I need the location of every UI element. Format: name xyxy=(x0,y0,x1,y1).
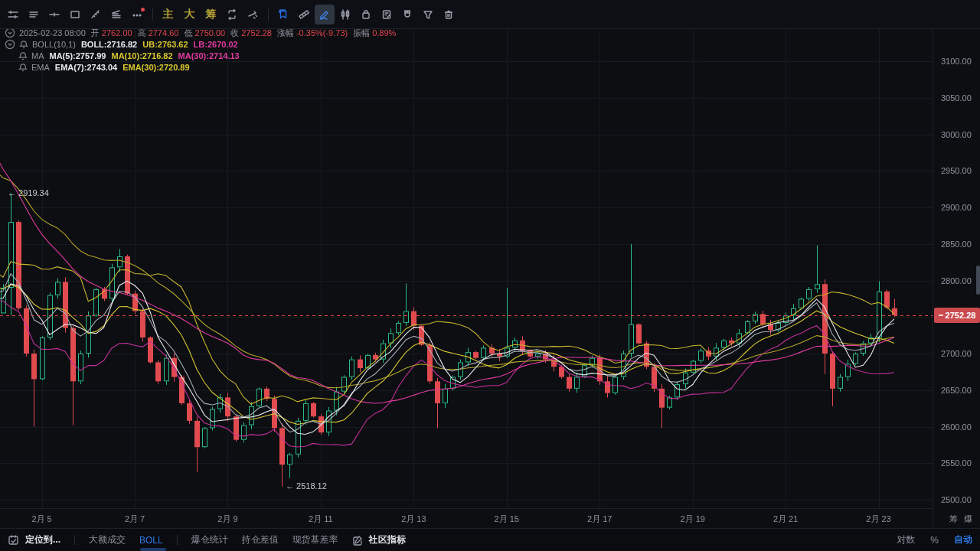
magnet-icon[interactable] xyxy=(397,5,417,24)
boll-legend-row: BOLL(10,1) BOLL:2716.82 UB:2763.62 LB:26… xyxy=(5,39,243,50)
ema-name: EMA xyxy=(31,63,50,72)
order-list-icon[interactable] xyxy=(377,5,397,24)
y-axis-label: 2850.00 xyxy=(941,240,972,249)
last-price-tag: 2752.28 xyxy=(934,308,980,323)
ma-name: MA xyxy=(31,51,44,60)
collapse-chevron-icon[interactable] xyxy=(5,28,15,38)
measure-ruler-icon[interactable] xyxy=(294,5,314,24)
y-axis-label: 3100.00 xyxy=(941,57,972,66)
x-axis-label: 2月 11 xyxy=(294,514,348,525)
indicator-settings-icon[interactable] xyxy=(3,5,23,24)
auto-scale-button[interactable]: 自动 xyxy=(954,533,972,546)
collapse-chevron-icon[interactable] xyxy=(5,39,15,50)
y-axis-label: 2650.00 xyxy=(941,386,972,395)
rectangle-tool-icon[interactable] xyxy=(65,5,85,24)
candle-time: 2025-02-23 08:00 xyxy=(19,28,86,37)
time-axis[interactable]: 2月 52月 72月 92月 112月 132月 152月 172月 192月 … xyxy=(0,508,933,528)
ma5-value: MA(5):2757.99 xyxy=(50,51,106,60)
ma30-value: MA(30):2714.13 xyxy=(178,51,240,60)
candlestick-chart[interactable] xyxy=(0,0,980,551)
burst-mini-button[interactable]: 爆 xyxy=(964,514,972,525)
alert-bell-icon[interactable] xyxy=(18,63,28,72)
x-axis-label: 2月 23 xyxy=(852,514,906,525)
ma10-value: MA(10):2716.82 xyxy=(111,51,172,60)
main-chart-button[interactable]: 主 xyxy=(158,5,178,24)
low-value: 2750.00 xyxy=(194,28,225,37)
amplitude-value: 0.89% xyxy=(372,28,396,37)
calendar-icon[interactable] xyxy=(8,534,19,546)
bottom-separator xyxy=(177,535,178,545)
boll-ub-value: UB:2763.62 xyxy=(142,40,188,49)
x-axis-label: 2月 21 xyxy=(759,514,812,525)
x-axis-label: 2月 9 xyxy=(201,514,254,525)
alert-bell-icon[interactable] xyxy=(18,51,28,60)
x-axis-label: 2月 15 xyxy=(480,514,534,525)
log-scale-button[interactable]: 对数 xyxy=(897,533,915,546)
lock-icon[interactable] xyxy=(356,5,376,24)
x-axis-label: 2月 7 xyxy=(108,514,162,525)
delete-icon[interactable] xyxy=(439,5,459,24)
edit-indicator-icon[interactable] xyxy=(352,535,363,546)
alert-bell-icon[interactable] xyxy=(19,40,28,49)
ema7-value: EMA(7):2743.04 xyxy=(55,63,117,72)
more-options-icon[interactable] xyxy=(127,5,147,24)
top-toolbar: 主 大 筹 xyxy=(0,0,980,29)
indicators-stack-icon[interactable] xyxy=(106,5,126,24)
liquidation-stats-tab[interactable]: 爆仓统计 xyxy=(191,533,228,546)
high-value: 2774.60 xyxy=(149,28,179,37)
toolbar-separator xyxy=(268,8,269,21)
y-axis-label: 3000.00 xyxy=(941,130,972,139)
percent-scale-button[interactable]: % xyxy=(930,535,939,546)
y-axis-label: 2700.00 xyxy=(941,349,972,358)
locate-button[interactable]: 定位到... xyxy=(25,533,60,546)
y-axis-label: 2900.00 xyxy=(941,203,972,212)
cursor-tool-icon[interactable] xyxy=(243,5,263,24)
spot-basis-rate-tab[interactable]: 现货基差率 xyxy=(292,533,338,546)
change-value: -0.35%(-9.73) xyxy=(296,28,348,37)
x-axis-label: 2月 13 xyxy=(387,514,440,525)
last-price-value: 2752.28 xyxy=(946,311,976,320)
x-axis-label: 2月 19 xyxy=(666,514,720,525)
boll-tab[interactable]: BOLL xyxy=(139,535,163,546)
ema30-value: EMA(30):2720.89 xyxy=(122,63,189,72)
axis-mini-tabs: 筹 爆 xyxy=(949,514,972,525)
filter-icon[interactable] xyxy=(418,5,438,24)
x-axis-label: 2月 5 xyxy=(15,514,69,525)
chips-distribution-button[interactable]: 筹 xyxy=(201,5,221,24)
ohlc-readout-row: 2025-02-23 08:00 开 2762.00 高 2774.60 低 2… xyxy=(5,28,401,38)
scrollbar-thumb[interactable] xyxy=(976,266,980,295)
ma-legend-row: MA MA(5):2757.99 MA(10):2716.82 MA(30):2… xyxy=(18,51,245,61)
y-axis-label: 3050.00 xyxy=(941,93,972,103)
open-value: 2762.00 xyxy=(102,28,132,37)
x-axis-label: 2月 17 xyxy=(573,514,626,525)
price-annotation: ← 2518.12 xyxy=(286,481,327,491)
ema-legend-row: EMA EMA(7):2743.04 EMA(30):2720.89 xyxy=(18,62,195,73)
list-icon[interactable] xyxy=(24,5,44,24)
chips-mini-button[interactable]: 筹 xyxy=(949,514,958,525)
replay-icon[interactable] xyxy=(222,5,242,24)
horizontal-line-tool-icon[interactable] xyxy=(44,5,64,24)
trading-app: 主 大 筹 2025-02-23 08:00 开 xyxy=(0,0,980,551)
price-line-dash xyxy=(939,315,943,316)
price-axis[interactable]: 3100.003050.003000.002950.002900.002850.… xyxy=(933,29,980,528)
y-axis-label: 2600.00 xyxy=(941,422,972,432)
position-diff-tab[interactable]: 持仓差值 xyxy=(242,533,279,546)
community-indicators-tab[interactable]: 社区指标 xyxy=(369,533,406,546)
y-axis-label: 2800.00 xyxy=(941,276,972,285)
large-chart-button[interactable]: 大 xyxy=(179,5,200,24)
large-trades-tab[interactable]: 大额成交 xyxy=(89,533,126,546)
boll-mid-value: BOLL:2716.82 xyxy=(81,40,137,49)
notification-dot xyxy=(141,8,145,11)
bottom-separator xyxy=(74,535,75,545)
bookmark-icon[interactable] xyxy=(273,5,293,24)
toolbar-separator xyxy=(152,8,153,21)
y-axis-label: 2550.00 xyxy=(941,458,972,468)
price-annotation: ← 2919.34 xyxy=(8,188,49,197)
draw-tool-icon[interactable] xyxy=(315,5,335,24)
ruler-icon[interactable] xyxy=(86,5,106,24)
boll-tab-active-indicator xyxy=(140,548,166,551)
close-value: 2752.28 xyxy=(241,28,272,37)
candlestick-style-icon[interactable] xyxy=(335,5,355,24)
y-axis-label: 2950.00 xyxy=(941,166,972,175)
boll-lb-value: LB:2670.02 xyxy=(194,40,238,49)
